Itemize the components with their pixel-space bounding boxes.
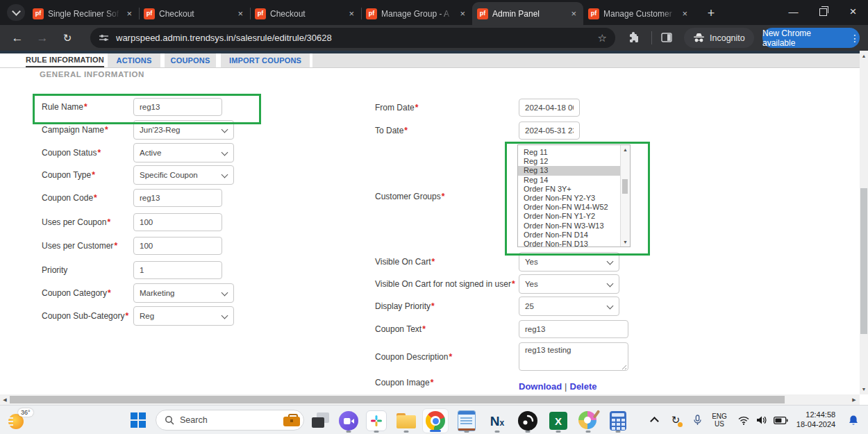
chrome-app-icon[interactable] bbox=[422, 408, 449, 433]
customer-groups-listbox[interactable]: Reg 11Reg 12Reg 13Reg 14Order FN 3Y+Orde… bbox=[517, 144, 631, 247]
reload-button[interactable]: ↻ bbox=[58, 29, 76, 47]
from-date-input[interactable] bbox=[519, 99, 580, 117]
tab-close-icon[interactable]: × bbox=[235, 8, 245, 19]
scroll-up-icon[interactable]: ▲ bbox=[621, 147, 630, 152]
listbox-option-order-non-fn-w14-w52[interactable]: Order Non-FN W14-W52 bbox=[518, 203, 621, 212]
update-chrome-button[interactable]: New Chrome available ⋮ bbox=[762, 28, 860, 48]
obs-studio-app-icon[interactable] bbox=[515, 408, 541, 433]
page-tab-actions[interactable]: ACTIONS bbox=[108, 53, 160, 67]
clock[interactable]: 12:44:5818-04-2024 bbox=[792, 406, 840, 434]
browser-tab-5[interactable]: pfAdmin Panel× bbox=[472, 2, 583, 25]
coupon-type-select[interactable]: Specific Coupon bbox=[133, 165, 234, 185]
listbox-option-order-non-fn-w3-w13[interactable]: Order Non-FN W3-W13 bbox=[518, 222, 621, 231]
visible-on-cart-for-not-signed-in-user-row: Visible On Cart for not signed in user*Y… bbox=[0, 274, 860, 294]
coupon-code-input[interactable] bbox=[133, 189, 222, 207]
video-chat-app-icon[interactable] bbox=[335, 408, 362, 433]
scroll-right-icon[interactable]: ▶ bbox=[849, 397, 859, 403]
vertical-scroll-thumb[interactable] bbox=[860, 188, 867, 334]
listbox-option-reg-14[interactable]: Reg 14 bbox=[518, 176, 621, 185]
taskbar-search[interactable]: Search bbox=[156, 410, 304, 431]
task-view-icon[interactable] bbox=[308, 408, 334, 433]
minimize-button[interactable]: — bbox=[778, 0, 808, 24]
calculator-app-icon[interactable] bbox=[605, 408, 631, 433]
tab-close-icon[interactable]: × bbox=[680, 8, 690, 19]
notepad-app-icon[interactable] bbox=[453, 408, 480, 433]
tray-time: 12:44:58 bbox=[796, 410, 835, 420]
coupon-image-links: Download|Delete bbox=[519, 381, 597, 392]
scroll-down-icon[interactable]: ▼ bbox=[860, 387, 868, 392]
listbox-option-order-non-fn-d13[interactable]: Order Non-FN D13 bbox=[518, 240, 621, 247]
download-link[interactable]: Download bbox=[519, 381, 562, 392]
from-date-row: From Date* bbox=[0, 98, 860, 117]
listbox-option-order-non-fn-y1-y2[interactable]: Order Non-FN Y1-Y2 bbox=[518, 212, 621, 221]
browser-menu-icon[interactable]: ⋮ bbox=[850, 33, 860, 44]
address-bar[interactable]: warpspeed.admin.trendsys.in/salesrule/ed… bbox=[90, 28, 615, 48]
tab-close-icon[interactable]: × bbox=[347, 8, 356, 19]
sync-icon[interactable]: ↻ bbox=[667, 406, 685, 434]
coupon-description-textarea[interactable]: reg13 testing bbox=[519, 342, 628, 371]
notification-bell-icon[interactable] bbox=[843, 406, 864, 434]
listbox-option-reg-13[interactable]: Reg 13 bbox=[518, 166, 621, 175]
listbox-option-order-fn-3y[interactable]: Order FN 3Y+ bbox=[518, 185, 621, 194]
vertical-scrollbar[interactable]: ▲ ▼ bbox=[860, 51, 868, 394]
slack-app-icon[interactable] bbox=[363, 408, 390, 433]
site-settings-icon[interactable] bbox=[99, 33, 109, 43]
browser-tab-3[interactable]: pfCheckout× bbox=[250, 2, 361, 25]
page-tab-rule-information[interactable]: RULE INFORMATION bbox=[26, 53, 104, 67]
new-tab-button[interactable]: + bbox=[703, 5, 719, 22]
start-button[interactable] bbox=[131, 412, 146, 428]
tab-close-icon[interactable]: × bbox=[458, 8, 467, 19]
file-explorer-app-icon[interactable] bbox=[393, 408, 419, 433]
bookmark-star-icon[interactable]: ☆ bbox=[598, 32, 607, 44]
wifi-icon[interactable] bbox=[735, 406, 753, 434]
forward-button[interactable]: → bbox=[33, 29, 51, 47]
listbox-option-order-non-fn-d14[interactable]: Order Non-FN D14 bbox=[518, 231, 621, 240]
extensions-icon[interactable] bbox=[628, 32, 640, 43]
weather-widget[interactable]: 36° bbox=[6, 408, 44, 432]
tab-close-icon[interactable]: × bbox=[569, 8, 578, 19]
listbox-option-reg-11[interactable]: Reg 11 bbox=[518, 148, 621, 157]
browser-tab-6[interactable]: pfManage Customer× bbox=[583, 2, 694, 25]
page-tab-import-coupons[interactable]: IMPORT COUPONS bbox=[221, 53, 310, 67]
side-panel-icon[interactable] bbox=[661, 32, 672, 43]
browser-tab-4[interactable]: pfManage Group - A× bbox=[361, 2, 472, 25]
to-date-input[interactable] bbox=[519, 122, 580, 140]
tab-search-button[interactable] bbox=[7, 4, 25, 21]
tray-chevron-icon[interactable] bbox=[646, 406, 662, 434]
scroll-up-icon[interactable]: ▲ bbox=[860, 53, 868, 58]
coupon-text-input[interactable] bbox=[519, 320, 628, 338]
running-indicator bbox=[430, 430, 441, 432]
volume-icon[interactable] bbox=[753, 406, 771, 434]
display-priority-select[interactable]: 25 bbox=[519, 297, 619, 316]
battery-icon[interactable] bbox=[771, 406, 790, 434]
tab-title: Admin Panel bbox=[492, 9, 565, 19]
browser-tab-1[interactable]: pfSingle Recliner Sof× bbox=[28, 2, 139, 25]
page-tab-coupons[interactable]: COUPONS bbox=[165, 53, 216, 67]
excel-app-icon[interactable]: X bbox=[545, 408, 571, 433]
close-button[interactable]: × bbox=[838, 0, 868, 24]
nx-app-icon[interactable]: Nx bbox=[484, 408, 510, 433]
visible-on-cart-select[interactable]: Yes bbox=[519, 252, 619, 272]
maximize-button[interactable] bbox=[808, 0, 838, 24]
listbox-option-reg-12[interactable]: Reg 12 bbox=[518, 157, 621, 166]
back-button[interactable]: ← bbox=[8, 29, 26, 47]
scroll-down-icon[interactable]: ▼ bbox=[621, 240, 630, 244]
language-indicator[interactable]: ENGUS bbox=[707, 406, 732, 434]
coupon-status-select[interactable]: Active bbox=[133, 143, 234, 162]
display-priority-label: Display Priority* bbox=[375, 297, 435, 316]
visible-on-cart-for-not-signed-in-user-select[interactable]: Yes bbox=[519, 274, 619, 294]
microphone-icon[interactable] bbox=[689, 406, 706, 434]
horizontal-scrollbar[interactable]: ◀ ▶ bbox=[0, 394, 860, 405]
toolbar-divider bbox=[651, 31, 652, 44]
listbox-option-order-non-fn-y2-y3[interactable]: Order Non-FN Y2-Y3 bbox=[518, 194, 621, 203]
browser-tab-2[interactable]: pfCheckout× bbox=[139, 2, 250, 25]
scroll-left-icon[interactable]: ◀ bbox=[1, 397, 9, 403]
tab-close-icon[interactable]: × bbox=[124, 8, 134, 19]
listbox-scroll-thumb[interactable] bbox=[622, 179, 628, 194]
horizontal-scroll-thumb[interactable] bbox=[10, 396, 785, 403]
delete-link[interactable]: Delete bbox=[570, 381, 597, 392]
coupon-status-row: Coupon Status*Active bbox=[0, 143, 860, 162]
paint-app-icon[interactable] bbox=[575, 408, 601, 433]
listbox-scrollbar[interactable]: ▲ ▼ bbox=[620, 145, 630, 247]
uses-per-coupon-input[interactable] bbox=[133, 213, 222, 231]
